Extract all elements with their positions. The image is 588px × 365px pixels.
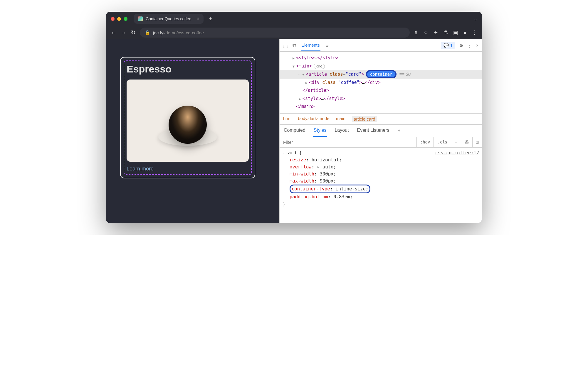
favicon-icon — [138, 16, 143, 21]
traffic-lights — [111, 17, 127, 21]
content-area: Espresso Learn more ⬚ ⧉ Elements » 💬 1 ⚙… — [106, 39, 482, 223]
devtools-close-icon[interactable]: × — [476, 43, 478, 48]
account-icon[interactable]: ● — [463, 30, 467, 36]
tab-close-icon[interactable]: × — [196, 16, 199, 21]
url-text: jec.fyi/demo/css-cq-coffee — [153, 30, 204, 35]
filter-bar: :hov .cls + 🖶 ◫ — [280, 137, 482, 148]
css-decl[interactable]: resize: horizontal; — [283, 156, 479, 163]
dom-line[interactable]: </main> — [280, 103, 482, 111]
css-decl[interactable]: max-width: 900px; — [283, 178, 479, 185]
more-menu-icon[interactable]: ⋮ — [472, 29, 477, 36]
inspect-icon[interactable]: ⬚ — [283, 42, 288, 48]
share-icon[interactable]: ⇪ — [414, 29, 418, 36]
bookmark-icon[interactable]: ☆ — [424, 29, 428, 36]
styles-pane[interactable]: css-cq-coffee:12 .card { resize: horizon… — [280, 148, 482, 209]
sidepanel-icon[interactable]: ▣ — [453, 29, 458, 36]
messages-badge[interactable]: 💬 1 — [441, 42, 455, 49]
coffee-image — [127, 80, 249, 162]
browser-tab[interactable]: Container Queries coffee × — [134, 14, 204, 24]
subtab-layout[interactable]: Layout — [334, 125, 349, 137]
tab-more[interactable]: » — [326, 40, 329, 51]
devtools: ⬚ ⧉ Elements » 💬 1 ⚙ ⋮ × ▶<style>…</styl… — [279, 39, 482, 223]
pin-icon[interactable]: 🖶 — [461, 137, 472, 147]
filter-input[interactable] — [280, 140, 416, 145]
dom-line[interactable]: ▶<style>…</style> — [280, 95, 482, 103]
card-heading: Espresso — [127, 63, 249, 75]
devtools-header: ⬚ ⧉ Elements » 💬 1 ⚙ ⋮ × — [280, 39, 482, 52]
minimize-window-icon[interactable] — [117, 17, 121, 21]
dom-tree[interactable]: ▶<style>…</style> ▼<main>grid ⋯▼<article… — [280, 52, 482, 113]
settings-icon[interactable]: ⚙ — [459, 43, 463, 48]
url-input[interactable]: 🔒 jec.fyi/demo/css-cq-coffee — [140, 28, 410, 38]
toolbar-icons: ⇪ ☆ ✦ ⚗ ▣ ● ⋮ — [414, 29, 477, 36]
forward-button[interactable]: → — [121, 29, 127, 36]
lock-icon: 🔒 — [145, 30, 150, 35]
subtab-styles[interactable]: Styles — [313, 125, 327, 137]
css-decl-highlighted[interactable]: container-type: inline-size; — [283, 185, 479, 193]
subtab-events[interactable]: Event Listeners — [356, 125, 390, 137]
learn-more-link[interactable]: Learn more — [127, 166, 154, 172]
subtab-computed[interactable]: Computed — [283, 125, 306, 137]
devtools-right: 💬 1 ⚙ ⋮ × — [441, 42, 478, 49]
hov-toggle[interactable]: :hov — [416, 137, 434, 147]
subtab-more[interactable]: » — [397, 125, 401, 137]
tabs-menu-icon[interactable]: ⌄ — [474, 16, 477, 21]
cls-toggle[interactable]: .cls — [434, 137, 451, 147]
dom-line[interactable]: </article> — [280, 87, 482, 95]
extensions-icon[interactable]: ✦ — [434, 29, 438, 36]
dom-line-selected[interactable]: ⋯▼<article class="card">container== $0 — [280, 70, 482, 79]
close-window-icon[interactable] — [111, 17, 115, 21]
webpage: Espresso Learn more — [106, 39, 279, 223]
breadcrumb-item[interactable]: body.dark-mode — [298, 116, 329, 122]
dom-line[interactable]: ▼<main>grid — [280, 62, 482, 70]
experiments-icon[interactable]: ⚗ — [443, 29, 448, 36]
breadcrumb-item[interactable]: main — [336, 116, 346, 122]
maximize-window-icon[interactable] — [124, 17, 127, 21]
breadcrumb-item[interactable]: html — [283, 116, 291, 122]
devtools-tabs: Elements » — [301, 40, 436, 51]
dom-line[interactable]: ▶<div class="coffee">…</div> — [280, 79, 482, 87]
back-button[interactable]: ← — [111, 29, 117, 36]
container-badge[interactable]: container — [366, 70, 397, 78]
reload-button[interactable]: ↻ — [131, 29, 136, 36]
breadcrumb: html body.dark-mode main article.card — [280, 113, 482, 125]
toggle-panel-icon[interactable]: ◫ — [472, 137, 482, 147]
new-tab-button[interactable]: + — [209, 15, 213, 23]
breadcrumb-item-selected[interactable]: article.card — [352, 116, 377, 122]
css-rule-close: } — [283, 200, 479, 207]
card: Espresso Learn more — [120, 57, 255, 178]
grid-badge[interactable]: grid — [314, 64, 325, 69]
kebab-menu-icon[interactable]: ⋮ — [467, 43, 472, 48]
device-toggle-icon[interactable]: ⧉ — [293, 43, 296, 48]
source-link[interactable]: css-cq-coffee:12 — [435, 149, 479, 156]
address-bar: ← → ↻ 🔒 jec.fyi/demo/css-cq-coffee ⇪ ☆ ✦… — [106, 26, 482, 39]
browser-window: Container Queries coffee × + ⌄ ← → ↻ 🔒 j… — [106, 12, 482, 223]
titlebar: Container Queries coffee × + ⌄ — [106, 12, 482, 26]
dom-line[interactable]: ▶<style>…</style> — [280, 54, 482, 62]
css-decl[interactable]: min-width: 300px; — [283, 170, 479, 178]
css-decl[interactable]: padding-bottom: 0.83em; — [283, 193, 479, 200]
css-decl[interactable]: overflow: ▸ auto; — [283, 163, 479, 170]
tab-elements[interactable]: Elements — [301, 40, 320, 51]
tab-title: Container Queries coffee — [146, 16, 191, 21]
new-rule-button[interactable]: + — [451, 137, 461, 147]
styles-subtabs: Computed Styles Layout Event Listeners » — [280, 125, 482, 137]
